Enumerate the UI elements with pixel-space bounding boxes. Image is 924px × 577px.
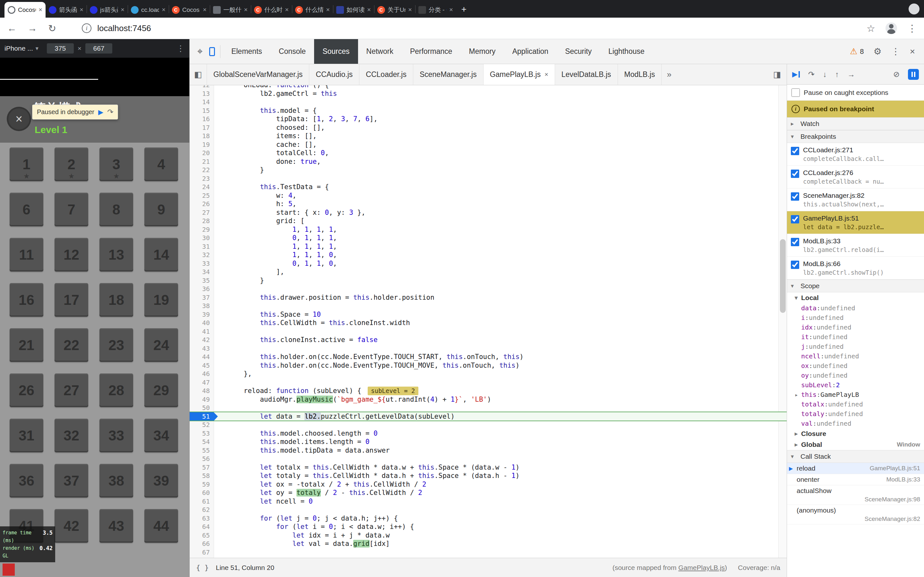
level-cell[interactable]: 17 [55, 283, 88, 317]
step-out-icon[interactable]: ↑ [835, 70, 839, 79]
code-line[interactable]: 45 this.holder.on(cc.Node.EventType.TOUC… [190, 361, 787, 370]
code-line[interactable]: 50 [190, 404, 787, 412]
devtools-tab-memory[interactable]: Memory [461, 39, 504, 64]
level-cell[interactable]: 42 [55, 509, 88, 543]
line-number-gutter[interactable]: 55 [190, 446, 214, 455]
scope-row-ox[interactable]: ox: undefined [787, 361, 924, 371]
level-cell[interactable]: 22 [55, 328, 88, 362]
level-cell[interactable]: 27 [55, 374, 88, 407]
browser-tab[interactable]: C什么时候...× [251, 2, 292, 18]
code-line[interactable]: 67 [190, 548, 787, 557]
code-line[interactable]: 55 this.model.tipData = data.answer [190, 446, 787, 455]
level-cell[interactable]: 33 [99, 419, 133, 452]
code-line[interactable]: 43 [190, 344, 787, 353]
line-number-gutter[interactable]: 50 [190, 404, 214, 412]
line-number-gutter[interactable]: 64 [190, 522, 214, 531]
site-info-icon[interactable]: i [82, 23, 91, 33]
browser-tab[interactable]: js箭头函...× [87, 2, 128, 18]
code-line[interactable]: 38 [190, 301, 787, 310]
code-line[interactable]: 13 lb2.gameCtrl = this [190, 89, 787, 98]
breakpoint-entry[interactable]: SceneManager.js:82this.actualShow(next,… [787, 189, 924, 211]
code-line[interactable]: 24 this.TestData = { [190, 183, 787, 191]
code-line[interactable]: 36 [190, 285, 787, 293]
resume-script-icon[interactable]: ▶ [792, 71, 800, 77]
line-number-gutter[interactable]: 33 [190, 259, 214, 268]
code-line[interactable]: 16 tipData: [1, 2, 3, 7, 6], [190, 115, 787, 123]
tab-close-icon[interactable]: × [79, 6, 83, 13]
device-select[interactable]: iPhone ... [5, 45, 33, 52]
code-line[interactable]: 68 if (val > 0) { [190, 556, 787, 558]
new-tab-button[interactable]: + [458, 3, 470, 15]
line-number-gutter[interactable]: 46 [190, 370, 214, 378]
code-line[interactable]: 31 1, 1, 1, 1, [190, 242, 787, 251]
line-number-gutter[interactable]: 18 [190, 132, 214, 140]
devtools-tab-network[interactable]: Network [358, 39, 402, 64]
line-number-gutter[interactable]: 27 [190, 208, 214, 217]
code-line[interactable]: 52 [190, 421, 787, 429]
line-number-gutter[interactable]: 48 [190, 387, 214, 395]
code-line[interactable]: 49 audioMgr.playMusic(`bgm_game_${ut.ran… [190, 395, 787, 404]
code-line[interactable]: 26 h: 5, [190, 200, 787, 208]
line-number-gutter[interactable]: 39 [190, 310, 214, 319]
level-cell[interactable]: 9 [144, 193, 178, 226]
line-number-gutter[interactable]: 12 [190, 85, 214, 89]
scope-row-it[interactable]: it: undefined [787, 332, 924, 342]
level-cell[interactable]: 13 [99, 238, 133, 271]
line-number-gutter[interactable]: 63 [190, 514, 214, 523]
line-number-gutter[interactable]: 31 [190, 242, 214, 251]
line-number-gutter[interactable]: 32 [190, 251, 214, 259]
code-line[interactable]: 34 ], [190, 268, 787, 276]
code-line[interactable]: 62 [190, 506, 787, 514]
line-number-gutter[interactable]: 20 [190, 149, 214, 157]
line-number-gutter[interactable]: 35 [190, 276, 214, 285]
disclosure-triangle-icon[interactable]: ▾ [795, 294, 801, 301]
tab-close-icon[interactable]: × [244, 6, 248, 13]
code-line[interactable]: 66 let val = data.grid[idx] [190, 540, 787, 548]
line-number-gutter[interactable]: 25 [190, 191, 214, 200]
line-number-gutter[interactable]: 16 [190, 115, 214, 123]
more-tabs-icon[interactable]: » [662, 64, 676, 85]
line-number-gutter[interactable]: 60 [190, 488, 214, 497]
code-line[interactable]: 30 0, 1, 1, 1, [190, 234, 787, 242]
browser-profile-icon[interactable] [909, 3, 919, 15]
code-line[interactable]: 61 let ncell = 0 [190, 497, 787, 506]
scope-row-ncell[interactable]: ncell: undefined [787, 351, 924, 361]
reload-icon[interactable]: ↻ [48, 23, 56, 34]
line-number-gutter[interactable]: 38 [190, 301, 214, 310]
level-cell[interactable]: 29 [144, 374, 178, 407]
devtools-tab-performance[interactable]: Performance [402, 39, 461, 64]
line-number-gutter[interactable]: 61 [190, 497, 214, 506]
line-number-gutter[interactable]: 26 [190, 200, 214, 208]
code-line[interactable]: 65 let idx = i + j * data.w [190, 531, 787, 540]
browser-tab[interactable]: CCocos Cre...× [169, 2, 210, 18]
browser-tab[interactable]: cc.loader...× [128, 2, 169, 18]
code-line[interactable]: 53 this.model.choosed.length = 0 [190, 429, 787, 438]
browser-tab[interactable]: C什么情况...× [292, 2, 333, 18]
level-cell[interactable]: 23 [99, 328, 133, 362]
code-line[interactable]: 54 this.model.items.length = 0 [190, 438, 787, 446]
level-cell[interactable]: 8 [99, 193, 133, 226]
line-number-gutter[interactable]: 24 [190, 183, 214, 191]
line-number-gutter[interactable]: 37 [190, 293, 214, 302]
callstack-section-header[interactable]: ▾ Call Stack [787, 450, 924, 463]
device-width-field[interactable]: 375 [47, 43, 74, 53]
level-cell[interactable]: 12 [55, 238, 88, 271]
line-number-gutter[interactable]: 13 [190, 89, 214, 98]
file-tab[interactable]: GlobalSceneVarManager.js [207, 64, 309, 85]
code-line[interactable]: 44 this.holder.on(cc.Node.EventType.TOUC… [190, 353, 787, 361]
code-line[interactable]: 51 let data = lb2.puzzleCtrl.getLevelDat… [190, 412, 787, 422]
tab-close-icon[interactable]: × [203, 6, 207, 13]
scope-row-data[interactable]: data: undefined [787, 303, 924, 313]
line-number-gutter[interactable]: 67 [190, 548, 214, 557]
source-map-link[interactable]: GamePlayLB.js [678, 564, 725, 571]
line-number-gutter[interactable]: 17 [190, 123, 214, 132]
code-line[interactable]: 25 w: 4, [190, 191, 787, 200]
devtools-tab-security[interactable]: Security [557, 39, 600, 64]
level-cell[interactable]: 43 [99, 509, 133, 543]
line-number-gutter[interactable]: 14 [190, 98, 214, 106]
file-tab[interactable]: LevelDataLB.js [555, 64, 618, 85]
overlay-resume-icon[interactable]: ▶ [98, 108, 103, 116]
level-cell[interactable]: 34 [144, 419, 178, 452]
devtools-close-icon[interactable]: × [910, 47, 915, 57]
code-line[interactable]: 57 let totalx = this.CellWidth * data.w … [190, 463, 787, 472]
